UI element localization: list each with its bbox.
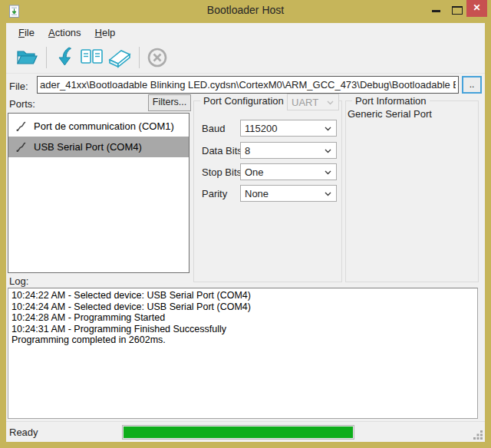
window-content: File Actions Help (6, 23, 485, 442)
port-configuration-group: Port Configuration UART Baud 115200 Data… (193, 100, 342, 282)
parity-value: None (245, 188, 269, 199)
log-line: 10:24:31 AM - Programming Finished Succe… (12, 324, 474, 335)
resize-grip-icon[interactable] (473, 430, 483, 440)
stop-bits-label: Stop Bits (202, 166, 242, 178)
data-bits-value: 8 (245, 145, 250, 156)
minimize-button[interactable] (432, 10, 440, 12)
port-information-content: Generic Serial Port (348, 108, 432, 120)
progress-bar (122, 425, 354, 440)
port-list-item[interactable]: Port de communication (COM1) (8, 116, 189, 137)
serial-port-icon (15, 141, 27, 153)
progress-fill (124, 427, 353, 438)
abort-button[interactable] (144, 45, 170, 70)
close-button[interactable]: ✕ (466, 0, 487, 17)
port-item-label: Port de communication (COM1) (34, 120, 174, 132)
stop-bits-value: One (245, 166, 264, 178)
program-button[interactable] (51, 45, 77, 70)
port-list-item-selected[interactable]: USB Serial Port (COM4) (8, 137, 189, 157)
ports-label: Ports: (9, 98, 35, 110)
toolbar-separator (46, 47, 47, 68)
log-line: 10:24:28 AM - Programming Started (12, 312, 474, 324)
port-type-value: UART (292, 97, 318, 108)
port-configuration-title: Port Configuration (200, 95, 287, 107)
open-folder-icon (15, 48, 38, 68)
parity-select[interactable]: None (240, 185, 337, 202)
program-arrow-icon (54, 47, 74, 68)
menu-file[interactable]: File (12, 24, 41, 41)
file-label: File: (9, 81, 28, 92)
open-file-button[interactable] (14, 45, 40, 70)
toolbar (6, 42, 485, 74)
eraser-icon (107, 47, 133, 68)
log-line: 10:24:24 AM - Selected device: USB Seria… (12, 301, 474, 313)
erase-button[interactable] (107, 45, 133, 70)
log-line: Programming completed in 2602ms. (12, 334, 474, 346)
status-bar: Ready (6, 421, 485, 442)
menu-actions[interactable]: Actions (41, 24, 88, 41)
chevron-down-icon (325, 192, 331, 196)
browse-button[interactable]: .. (462, 76, 482, 94)
abort-icon (147, 47, 168, 68)
verify-documents-icon (80, 48, 104, 68)
menu-help[interactable]: Help (88, 24, 123, 41)
chevron-down-icon (325, 149, 331, 153)
baud-value: 115200 (245, 123, 277, 134)
ports-list: Port de communication (COM1) USB Serial … (8, 113, 189, 273)
chevron-down-icon (325, 127, 331, 131)
bootloader-host-window: Bootloader Host ✕ File Actions Help (0, 0, 491, 448)
chevron-down-icon (327, 100, 334, 105)
menu-bar: File Actions Help (6, 23, 485, 42)
baud-label: Baud (202, 123, 225, 134)
port-item-label: USB Serial Port (COM4) (34, 141, 142, 153)
baud-select[interactable]: 115200 (240, 120, 337, 137)
status-text: Ready (9, 427, 38, 438)
port-information-group: Port Information Generic Serial Port (345, 100, 479, 282)
filters-button[interactable]: Filters... (148, 94, 191, 111)
port-information-title: Port Information (352, 95, 430, 107)
log-output[interactable]: 10:24:22 AM - Selected device: USB Seria… (8, 288, 478, 419)
titlebar[interactable]: Bootloader Host ✕ (0, 0, 491, 23)
serial-port-icon (15, 120, 27, 132)
port-type-select[interactable]: UART (287, 94, 339, 110)
window-title: Bootloader Host (0, 4, 491, 16)
parity-label: Parity (202, 188, 227, 199)
log-label: Log: (9, 275, 28, 287)
chevron-down-icon (325, 170, 331, 175)
maximize-button[interactable] (452, 6, 463, 15)
data-bits-select[interactable]: 8 (240, 142, 337, 159)
file-path-input[interactable] (37, 76, 459, 94)
verify-button[interactable] (79, 45, 105, 70)
data-bits-label: Data Bits (202, 145, 242, 156)
log-line: 10:24:22 AM - Selected device: USB Seria… (12, 290, 474, 301)
stop-bits-select[interactable]: One (240, 163, 337, 180)
toolbar-separator (139, 47, 140, 68)
